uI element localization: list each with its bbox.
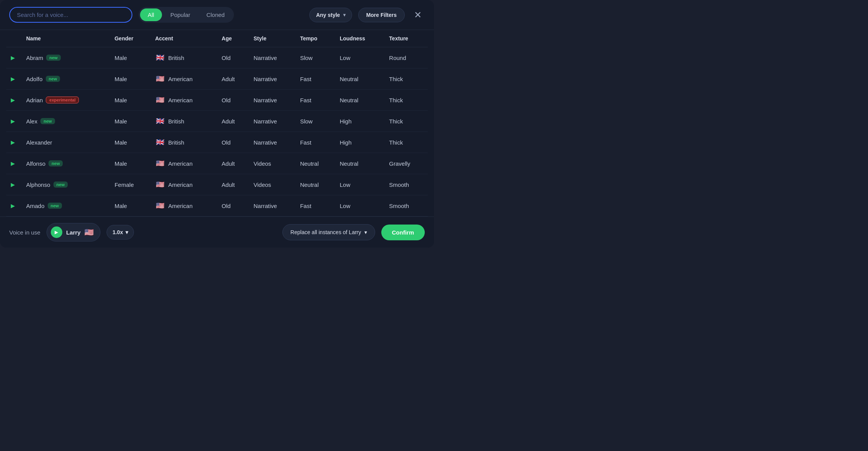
voice-pill: ▶ Larry 🇺🇸 xyxy=(47,223,101,241)
voice-style: Videos xyxy=(249,174,295,195)
voice-gender: Male xyxy=(110,47,150,68)
voice-badge: experimental xyxy=(46,97,79,103)
accent-flag-icon: 🇬🇧 xyxy=(155,53,165,63)
accent-name: American xyxy=(168,203,192,209)
speed-chevron-icon: ▾ xyxy=(125,229,128,235)
row-play-button[interactable]: ▶ xyxy=(11,139,15,145)
row-play-button[interactable]: ▶ xyxy=(11,181,15,188)
filter-tab-popular[interactable]: Popular xyxy=(163,8,198,21)
row-play-button[interactable]: ▶ xyxy=(11,55,15,61)
voice-texture: Thick xyxy=(384,132,428,153)
voice-tempo: Fast xyxy=(295,68,335,90)
table-header-row: Name Gender Accent Age Style Tempo Loudn… xyxy=(6,30,428,47)
voice-gender: Male xyxy=(110,111,150,132)
voice-name: Adolfo xyxy=(26,76,43,82)
filter-tab-cloned[interactable]: Cloned xyxy=(199,8,232,21)
voice-loudness: Low xyxy=(335,174,384,195)
voice-style: Videos xyxy=(249,153,295,174)
voice-gender: Male xyxy=(110,90,150,111)
voice-style: Narrative xyxy=(249,68,295,90)
col-header-style: Style xyxy=(249,30,295,47)
filter-tab-all[interactable]: All xyxy=(140,8,162,21)
voice-badge: new xyxy=(48,160,63,166)
voice-tempo: Neutral xyxy=(295,153,335,174)
table-row: ▶AlexanderMale🇬🇧BritishOldNarrativeFastH… xyxy=(6,132,428,153)
voice-play-button[interactable]: ▶ xyxy=(51,226,62,238)
table-row: ▶AlexnewMale🇬🇧BritishAdultNarrativeSlowH… xyxy=(6,111,428,132)
col-header-loudness: Loudness xyxy=(335,30,384,47)
voice-gender: Male xyxy=(110,68,150,90)
voice-age: Old xyxy=(217,195,249,216)
more-filters-button[interactable]: More Filters xyxy=(358,8,405,22)
voice-loudness: High xyxy=(335,111,384,132)
col-header-name: Name xyxy=(22,30,110,47)
search-input[interactable] xyxy=(9,7,132,23)
voice-picker-modal: All Popular Cloned Any style ▾ More Filt… xyxy=(0,0,434,248)
table-row: ▶AdrianexperimentalMale🇺🇸AmericanOldNarr… xyxy=(6,90,428,111)
voice-style: Narrative xyxy=(249,90,295,111)
row-play-button[interactable]: ▶ xyxy=(11,203,15,209)
accent-name: American xyxy=(168,76,192,82)
voice-tempo: Slow xyxy=(295,111,335,132)
accent-name: British xyxy=(168,118,184,125)
accent-flag-icon: 🇺🇸 xyxy=(155,95,165,105)
voice-style: Narrative xyxy=(249,111,295,132)
voice-tempo: Fast xyxy=(295,132,335,153)
filter-tabs: All Popular Cloned xyxy=(139,7,234,23)
row-play-button[interactable]: ▶ xyxy=(11,160,15,166)
speed-value: 1.0x xyxy=(112,229,123,235)
accent-name: American xyxy=(168,181,192,188)
speed-dropdown[interactable]: 1.0x ▾ xyxy=(107,225,134,240)
accent-name: British xyxy=(168,55,184,61)
replace-chevron-icon: ▾ xyxy=(364,229,367,235)
voice-age: Old xyxy=(217,90,249,111)
voice-texture: Smooth xyxy=(384,195,428,216)
col-header-play xyxy=(6,30,22,47)
voice-style: Narrative xyxy=(249,132,295,153)
col-header-tempo: Tempo xyxy=(295,30,335,47)
accent-name: American xyxy=(168,97,192,103)
voice-gender: Male xyxy=(110,153,150,174)
voice-tempo: Fast xyxy=(295,195,335,216)
voice-name: Alex xyxy=(26,118,37,125)
voice-tempo: Neutral xyxy=(295,174,335,195)
voice-tempo: Slow xyxy=(295,47,335,68)
voice-texture: Thick xyxy=(384,68,428,90)
close-button[interactable]: ✕ xyxy=(411,9,425,21)
voice-name: Alphonso xyxy=(26,181,50,188)
row-play-button[interactable]: ▶ xyxy=(11,97,15,103)
accent-flag-icon: 🇺🇸 xyxy=(155,201,165,211)
voice-table: Name Gender Accent Age Style Tempo Loudn… xyxy=(6,30,428,216)
col-header-gender: Gender xyxy=(110,30,150,47)
voice-loudness: Neutral xyxy=(335,90,384,111)
row-play-button[interactable]: ▶ xyxy=(11,76,15,82)
chevron-down-icon: ▾ xyxy=(343,12,346,18)
voice-age: Adult xyxy=(217,174,249,195)
voice-name: Alexander xyxy=(26,139,52,146)
col-header-accent: Accent xyxy=(150,30,217,47)
voice-loudness: Low xyxy=(335,47,384,68)
voice-name: Alfonso xyxy=(26,160,45,167)
row-play-button[interactable]: ▶ xyxy=(11,118,15,124)
current-voice-flag: 🇺🇸 xyxy=(84,228,94,237)
voice-loudness: Low xyxy=(335,195,384,216)
style-dropdown-label: Any style xyxy=(316,12,340,18)
replace-dropdown[interactable]: Replace all instances of Larry ▾ xyxy=(282,224,375,240)
voice-table-wrapper: Name Gender Accent Age Style Tempo Loudn… xyxy=(6,30,428,216)
table-row: ▶AdolfonewMale🇺🇸AmericanAdultNarrativeFa… xyxy=(6,68,428,90)
table-row: ▶AbramnewMale🇬🇧BritishOldNarrativeSlowLo… xyxy=(6,47,428,68)
style-dropdown[interactable]: Any style ▾ xyxy=(309,8,352,22)
voice-texture: Thick xyxy=(384,90,428,111)
table-row: ▶AlphonsonewFemale🇺🇸AmericanAdultVideosN… xyxy=(6,174,428,195)
confirm-button[interactable]: Confirm xyxy=(381,225,425,240)
voice-gender: Male xyxy=(110,132,150,153)
search-wrapper xyxy=(9,7,132,23)
accent-flag-icon: 🇬🇧 xyxy=(155,116,165,126)
col-header-texture: Texture xyxy=(384,30,428,47)
accent-name: British xyxy=(168,139,184,146)
voice-badge: new xyxy=(53,181,68,188)
accent-flag-icon: 🇬🇧 xyxy=(155,137,165,147)
current-voice-name: Larry xyxy=(66,229,81,236)
voice-texture: Round xyxy=(384,47,428,68)
top-bar: All Popular Cloned Any style ▾ More Filt… xyxy=(0,0,434,30)
